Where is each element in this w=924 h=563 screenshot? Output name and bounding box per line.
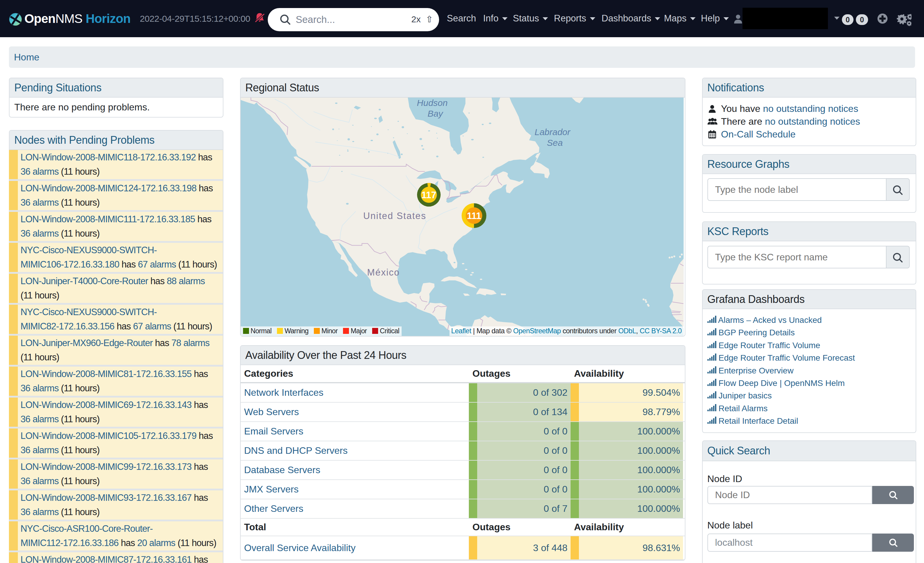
svg-text:Bay: Bay — [428, 109, 444, 119]
svg-text:México: México — [367, 267, 399, 278]
svg-text:Hudson: Hudson — [417, 98, 447, 108]
svg-text:111: 111 — [467, 211, 481, 221]
svg-text:United States: United States — [363, 211, 426, 221]
svg-text:Labrador: Labrador — [534, 127, 570, 137]
svg-text:Sea: Sea — [547, 138, 562, 147]
svg-text:117: 117 — [421, 190, 436, 200]
